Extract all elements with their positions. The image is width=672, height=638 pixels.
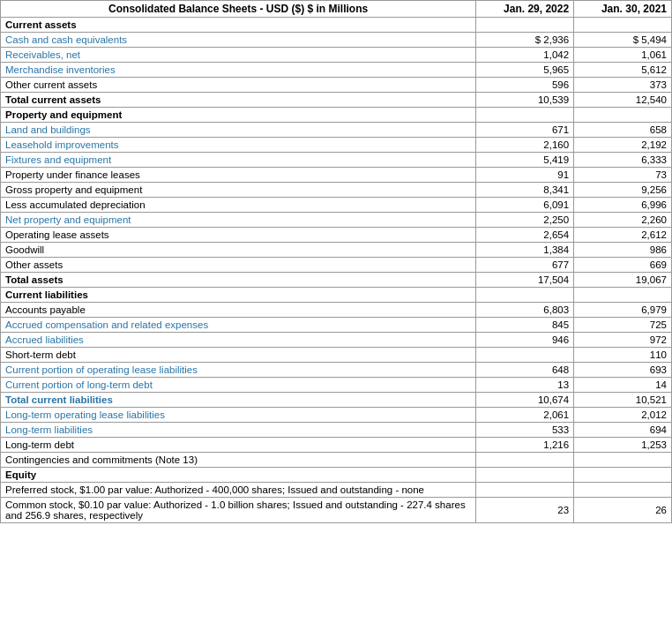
table-row: Current liabilities (1, 288, 672, 303)
row-val2: 5,612 (574, 63, 672, 78)
row-label: Long-term debt (1, 438, 476, 453)
row-val1: 17,504 (476, 273, 574, 288)
row-val1: 2,160 (476, 138, 574, 153)
row-label: Net property and equipment (1, 213, 476, 228)
row-val1: 677 (476, 258, 574, 273)
row-val1: 596 (476, 78, 574, 93)
row-val2: 9,256 (574, 183, 672, 198)
row-val2: 2,260 (574, 213, 672, 228)
row-val2 (574, 108, 672, 123)
row-val1: 845 (476, 318, 574, 333)
col1-header: Jan. 29, 2022 (476, 1, 574, 18)
row-val2 (574, 468, 672, 483)
row-val1 (476, 468, 574, 483)
row-val2: 2,012 (574, 408, 672, 423)
table-row: Contingencies and commitments (Note 13) (1, 453, 672, 468)
row-val1: 5,419 (476, 153, 574, 168)
row-val1: 946 (476, 333, 574, 348)
row-val2: 1,061 (574, 48, 672, 63)
row-label: Merchandise inventories (1, 63, 476, 78)
row-label: Current liabilities (1, 288, 476, 303)
table-row: Long-term liabilities533694 (1, 423, 672, 438)
table-row: Merchandise inventories5,9655,612 (1, 63, 672, 78)
table-row: Accrued liabilities946972 (1, 333, 672, 348)
row-label: Contingencies and commitments (Note 13) (1, 453, 476, 468)
table-row: Property and equipment (1, 108, 672, 123)
table-row: Net property and equipment2,2502,260 (1, 213, 672, 228)
row-label: Preferred stock, $1.00 par value: Author… (1, 483, 476, 498)
row-val2: 10,521 (574, 393, 672, 408)
row-label: Current assets (1, 18, 476, 33)
row-label: Long-term liabilities (1, 423, 476, 438)
row-val2: 725 (574, 318, 672, 333)
row-val2: 658 (574, 123, 672, 138)
table-row: Receivables, net1,0421,061 (1, 48, 672, 63)
row-val2: 373 (574, 78, 672, 93)
row-val2: 19,067 (574, 273, 672, 288)
row-val2: 73 (574, 168, 672, 183)
table-row: Other current assets596373 (1, 78, 672, 93)
row-val1: 10,674 (476, 393, 574, 408)
table-row: Operating lease assets2,6542,612 (1, 228, 672, 243)
balance-sheet-table: Consolidated Balance Sheets - USD ($) $ … (0, 0, 672, 523)
table-row: Goodwill1,384986 (1, 243, 672, 258)
table-row: Land and buildings671658 (1, 123, 672, 138)
row-val1 (476, 348, 574, 363)
table-row: Total current liabilities10,67410,521 (1, 393, 672, 408)
row-val1: 10,539 (476, 93, 574, 108)
row-val2: 669 (574, 258, 672, 273)
row-val2 (574, 453, 672, 468)
row-val1: 533 (476, 423, 574, 438)
row-val1: 1,384 (476, 243, 574, 258)
row-val1: 648 (476, 363, 574, 378)
table-row: Short-term debt110 (1, 348, 672, 363)
row-label: Current portion of operating lease liabi… (1, 363, 476, 378)
row-val1: 13 (476, 378, 574, 393)
row-label: Goodwill (1, 243, 476, 258)
row-label: Equity (1, 468, 476, 483)
row-val1: 1,042 (476, 48, 574, 63)
row-val2: 14 (574, 378, 672, 393)
row-label: Long-term operating lease liabilities (1, 408, 476, 423)
row-val2: 693 (574, 363, 672, 378)
row-val1: 2,654 (476, 228, 574, 243)
row-label: Property and equipment (1, 108, 476, 123)
row-val1: 6,091 (476, 198, 574, 213)
row-val1: 671 (476, 123, 574, 138)
row-label: Other assets (1, 258, 476, 273)
row-label: Property under finance leases (1, 168, 476, 183)
row-label: Total current liabilities (1, 393, 476, 408)
table-row: Cash and cash equivalents$ 2,936$ 5,494 (1, 33, 672, 48)
row-val1 (476, 483, 574, 498)
table-row: Equity (1, 468, 672, 483)
row-val1: $ 2,936 (476, 33, 574, 48)
row-val2: 972 (574, 333, 672, 348)
row-label: Land and buildings (1, 123, 476, 138)
row-val1 (476, 18, 574, 33)
row-val1 (476, 453, 574, 468)
row-val2: 2,612 (574, 228, 672, 243)
row-val2: 110 (574, 348, 672, 363)
row-val2: 6,979 (574, 303, 672, 318)
table-row: Long-term operating lease liabilities2,0… (1, 408, 672, 423)
row-label: Short-term debt (1, 348, 476, 363)
table-row: Current assets (1, 18, 672, 33)
table-row: Other assets677669 (1, 258, 672, 273)
col2-header: Jan. 30, 2021 (574, 1, 672, 18)
row-label: Other current assets (1, 78, 476, 93)
table-row: Accounts payable6,8036,979 (1, 303, 672, 318)
row-label: Total current assets (1, 93, 476, 108)
row-label: Current portion of long-term debt (1, 378, 476, 393)
row-val2: 694 (574, 423, 672, 438)
table-row: Leasehold improvements2,1602,192 (1, 138, 672, 153)
row-label: Receivables, net (1, 48, 476, 63)
row-val1 (476, 288, 574, 303)
table-row: Current portion of operating lease liabi… (1, 363, 672, 378)
row-label: Common stock, $0.10 par value: Authorize… (1, 498, 476, 523)
table-row: Gross property and equipment8,3419,256 (1, 183, 672, 198)
table-row: Current portion of long-term debt1314 (1, 378, 672, 393)
table-row: Long-term debt1,2161,253 (1, 438, 672, 453)
table-row: Common stock, $0.10 par value: Authorize… (1, 498, 672, 523)
row-val2 (574, 18, 672, 33)
table-row: Property under finance leases9173 (1, 168, 672, 183)
